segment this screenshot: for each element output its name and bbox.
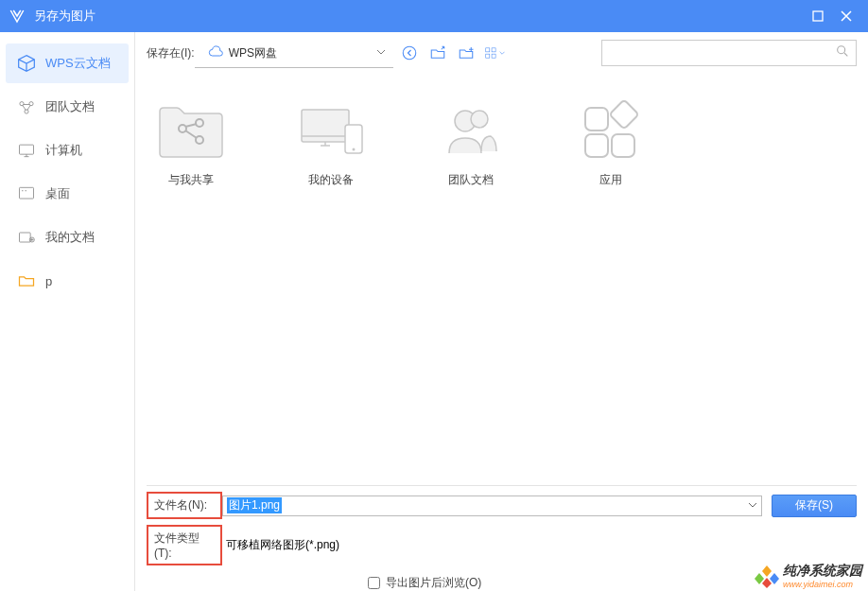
svg-rect-27 [609, 100, 638, 130]
chevron-down-icon [376, 46, 386, 60]
team-share-icon [17, 97, 36, 116]
folder-label: 我的设备 [308, 172, 354, 188]
up-folder-button[interactable] [427, 43, 448, 63]
folder-shared-with-me[interactable]: 与我共享 [154, 100, 228, 188]
sidebar-item-label: 团队文档 [45, 98, 95, 115]
filetype-input[interactable]: 可移植网络图形(*.png) [222, 535, 762, 556]
filetype-value: 可移植网络图形(*.png) [226, 537, 339, 553]
svg-point-3 [25, 110, 28, 113]
svg-point-6 [22, 190, 23, 191]
filename-label: 文件名(N): [147, 492, 222, 519]
svg-point-7 [26, 190, 26, 191]
svg-rect-25 [585, 134, 608, 157]
folder-icon [17, 271, 36, 290]
svg-rect-13 [485, 54, 489, 58]
folder-my-devices[interactable]: 我的设备 [294, 100, 368, 188]
back-button[interactable] [399, 43, 420, 63]
watermark: 纯净系统家园 www.yidaimei.com [755, 563, 862, 589]
toolbar: 保存在(I): WPS网盘 [135, 32, 868, 74]
folder-team-docs[interactable]: 团队文档 [434, 100, 508, 188]
content-area: 保存在(I): WPS网盘 [135, 32, 868, 591]
browse-after-export-checkbox[interactable] [368, 577, 380, 589]
svg-rect-14 [492, 54, 495, 58]
sidebar-item-computer[interactable]: 计算机 [6, 130, 129, 170]
share-folder-icon [154, 100, 228, 159]
svg-point-10 [403, 46, 416, 60]
filetype-label: 文件类型(T): [147, 525, 222, 565]
sidebar-item-label: WPS云文档 [45, 55, 111, 72]
folder-label: 团队文档 [448, 172, 494, 188]
desktop-icon [17, 184, 36, 203]
location-value: WPS网盘 [229, 45, 277, 61]
cube-icon [17, 54, 36, 73]
svg-rect-12 [492, 48, 495, 52]
watermark-icon [755, 564, 779, 588]
svg-rect-26 [612, 134, 634, 157]
save-in-label: 保存在(I): [147, 45, 195, 61]
devices-icon [294, 100, 368, 159]
svg-point-21 [353, 148, 356, 151]
window-title: 另存为图片 [34, 8, 804, 25]
title-bar: 另存为图片 [0, 0, 868, 32]
chevron-down-icon[interactable] [748, 499, 757, 513]
sidebar-item-folder-p[interactable]: p [6, 261, 129, 301]
sidebar-item-label: 桌面 [45, 185, 70, 202]
sidebar-item-label: 计算机 [45, 142, 82, 159]
folder-label: 应用 [599, 172, 622, 188]
computer-icon [17, 141, 36, 160]
folder-grid: 与我共享 我的设备 团队文档 应用 [135, 74, 868, 485]
sidebar: WPS云文档 团队文档 计算机 桌面 我的文档 [0, 32, 135, 591]
search-input[interactable] [608, 46, 835, 60]
svg-rect-4 [20, 145, 34, 154]
svg-rect-24 [585, 108, 608, 130]
svg-rect-0 [813, 11, 823, 21]
close-button[interactable] [832, 3, 860, 29]
folder-apps[interactable]: 应用 [574, 100, 648, 188]
new-folder-button[interactable] [456, 43, 477, 63]
svg-point-2 [29, 102, 33, 106]
filetype-row: 文件类型(T): 可移植网络图形(*.png) 取消 [135, 525, 868, 565]
mydocs-icon [17, 228, 36, 247]
svg-point-15 [838, 46, 845, 54]
location-dropdown[interactable]: WPS网盘 [202, 41, 391, 66]
team-icon [434, 100, 508, 159]
folder-label: 与我共享 [168, 172, 214, 188]
sidebar-item-mydocs[interactable]: 我的文档 [6, 217, 129, 257]
sidebar-item-label: p [45, 274, 52, 288]
browse-after-export-label: 导出图片后浏览(O) [386, 575, 481, 591]
sidebar-item-label: 我的文档 [45, 229, 95, 246]
apps-icon [574, 100, 648, 159]
sidebar-item-wps-cloud[interactable]: WPS云文档 [6, 43, 129, 83]
svg-point-23 [471, 111, 488, 128]
sidebar-item-team-docs[interactable]: 团队文档 [6, 87, 129, 127]
cloud-icon [208, 44, 223, 62]
filename-row: 文件名(N): 图片1.png 保存(S) [135, 492, 868, 519]
app-logo-icon [8, 7, 26, 26]
search-icon [835, 43, 850, 62]
save-button[interactable]: 保存(S) [772, 495, 857, 517]
watermark-url: www.yidaimei.com [783, 580, 862, 589]
svg-rect-8 [20, 233, 31, 242]
svg-rect-5 [20, 187, 34, 199]
svg-rect-11 [485, 48, 489, 52]
filename-value: 图片1.png [227, 497, 282, 513]
maximize-button[interactable] [804, 3, 832, 29]
main-area: WPS云文档 团队文档 计算机 桌面 我的文档 [0, 32, 868, 591]
watermark-title: 纯净系统家园 [783, 563, 862, 580]
view-mode-button[interactable] [484, 43, 505, 63]
filename-input[interactable]: 图片1.png [222, 495, 762, 516]
svg-rect-19 [302, 110, 349, 142]
sidebar-item-desktop[interactable]: 桌面 [6, 174, 129, 214]
svg-point-1 [20, 102, 24, 106]
search-box[interactable] [601, 40, 857, 66]
